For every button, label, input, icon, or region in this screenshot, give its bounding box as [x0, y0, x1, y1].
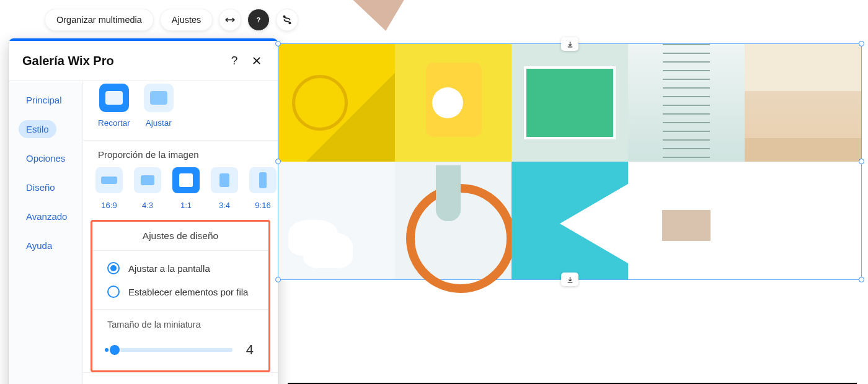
gallery-tile[interactable]	[745, 44, 861, 162]
gallery-tile[interactable]	[512, 44, 628, 162]
spacing-label: Espacio	[83, 382, 278, 384]
decorative-triangle	[351, 0, 415, 35]
sidebar-item-ayuda[interactable]: Ayuda	[19, 237, 60, 255]
ratio-1-1[interactable]: 1:1	[171, 167, 201, 210]
attach-top-badge[interactable]	[561, 37, 578, 51]
gallery-tile[interactable]	[512, 162, 628, 279]
radio-icon	[107, 262, 120, 274]
svg-point-2	[284, 16, 285, 17]
fit-to-screen-radio[interactable]: Ajustar a la pantalla	[107, 262, 268, 274]
proportion-label: Proporción de la imagen	[83, 149, 278, 167]
panel-content: Recortar Ajustar Proporción de la imagen…	[83, 81, 278, 384]
resize-handle-br[interactable]	[859, 277, 864, 282]
fit-label: Ajustar	[146, 118, 172, 128]
gallery-tile[interactable]	[395, 44, 512, 162]
crop-fit-choice: Recortar Ajustar	[83, 81, 278, 135]
divider	[83, 140, 278, 141]
design-settings-highlight: Ajustes de diseño Ajustar a la pantalla …	[91, 220, 270, 372]
ratio-4-3-label: 4:3	[142, 201, 153, 210]
radio-icon	[107, 286, 120, 298]
help-icon[interactable]: ?	[247, 9, 270, 31]
gallery-tile[interactable]	[745, 162, 861, 279]
crop-icon	[99, 84, 129, 112]
resize-handle-lm[interactable]	[275, 159, 281, 164]
gallery-tile[interactable]	[278, 44, 395, 162]
sidebar-item-principal[interactable]: Principal	[19, 91, 69, 109]
thumbnail-size-value: 4	[246, 342, 254, 358]
thumbnail-size-label: Tamaño de la miniatura	[107, 320, 254, 329]
aspect-ratio-row: 16:9 4:3 1:1 3:4 9:16	[83, 167, 278, 210]
animation-icon[interactable]	[276, 9, 298, 31]
crop-option[interactable]: Recortar	[98, 84, 130, 128]
panel-help-icon[interactable]: ?	[226, 52, 243, 69]
editor-canvas[interactable]	[278, 43, 862, 280]
attach-bottom-badge[interactable]	[561, 273, 578, 286]
sidebar-item-estilo[interactable]: Estilo	[19, 120, 56, 138]
svg-point-3	[290, 22, 291, 24]
slider-fill	[105, 348, 108, 352]
resize-handle-tr[interactable]	[859, 41, 864, 46]
gallery-tile[interactable]	[395, 162, 512, 279]
sidebar-item-diseno[interactable]: Diseño	[19, 178, 63, 196]
panel-side-menu: Principal Estilo Opciones Diseño Avanzad…	[9, 81, 83, 384]
svg-text:?: ?	[257, 16, 261, 24]
divider	[83, 372, 278, 373]
organize-media-button[interactable]: Organizar multimedia	[45, 9, 154, 31]
ratio-9-16-label: 9:16	[255, 201, 270, 210]
fit-icon	[144, 84, 174, 112]
ratio-3-4[interactable]: 3:4	[210, 167, 239, 210]
resize-handle-rm[interactable]	[859, 159, 864, 164]
gallery-selection-frame[interactable]	[278, 43, 862, 280]
sidebar-item-opciones[interactable]: Opciones	[19, 149, 73, 167]
panel-close-icon[interactable]	[248, 52, 265, 69]
ratio-16-9[interactable]: 16:9	[94, 167, 124, 210]
fit-option[interactable]: Ajustar	[144, 84, 174, 128]
resize-handle-tl[interactable]	[275, 41, 281, 46]
panel-header: Galería Wix Pro ?	[9, 41, 278, 81]
items-per-row-label: Establecer elementos por fila	[128, 287, 248, 297]
settings-button[interactable]: Ajustes	[160, 9, 213, 31]
ratio-16-9-label: 16:9	[101, 201, 117, 210]
slider-thumb[interactable]	[110, 345, 120, 355]
ratio-9-16[interactable]: 9:16	[248, 167, 278, 210]
sidebar-item-avanzado[interactable]: Avanzado	[19, 207, 74, 225]
crop-label: Recortar	[98, 118, 130, 128]
ratio-1-1-label: 1:1	[180, 201, 192, 210]
gallery-tile[interactable]	[278, 162, 395, 279]
gallery-tile[interactable]	[628, 44, 745, 162]
items-per-row-radio[interactable]: Establecer elementos por fila	[107, 286, 268, 298]
ratio-4-3[interactable]: 4:3	[133, 167, 162, 210]
layout-mode-radio-group: Ajustar a la pantalla Establecer element…	[92, 251, 268, 310]
gallery-tile[interactable]	[628, 162, 745, 279]
resize-handle-bl[interactable]	[275, 277, 281, 282]
thumbnail-size-block: Tamaño de la miniatura 4	[92, 310, 268, 370]
panel-title: Galería Wix Pro	[22, 54, 221, 68]
gallery-grid	[278, 44, 861, 279]
fit-to-screen-label: Ajustar a la pantalla	[128, 263, 210, 274]
element-toolbar: Organizar multimedia Ajustes ?	[45, 9, 298, 31]
stretch-icon[interactable]	[219, 9, 241, 31]
gallery-settings-panel: Galería Wix Pro ? Principal Estilo Opcio…	[9, 38, 278, 384]
ratio-3-4-label: 3:4	[219, 201, 230, 210]
thumbnail-size-slider[interactable]	[107, 348, 232, 352]
design-settings-heading: Ajustes de diseño	[92, 222, 268, 251]
